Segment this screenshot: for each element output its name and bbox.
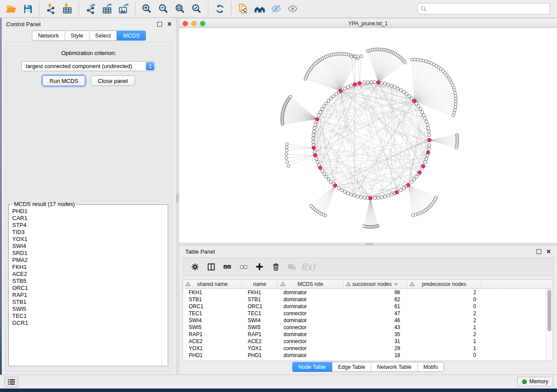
duplicate-network-button[interactable] [235,2,251,16]
first-neighbors-button[interactable] [251,2,268,16]
search-box[interactable] [417,3,550,14]
network-window-titlebar[interactable]: YPA_prune.txt_1 [179,19,557,28]
table-cell[interactable]: 2 [407,310,481,316]
table-cell[interactable]: SWI4 [183,317,242,323]
table-cell[interactable]: FKH1 [242,289,278,296]
table-cell[interactable]: ACE2 [183,338,242,344]
tab-edge-table[interactable]: Edge Table [332,362,371,371]
table-cell[interactable]: 31 [343,338,407,344]
table-cell[interactable]: 96 [343,289,407,296]
mcds-list-scrollbar[interactable] [162,205,167,365]
mcds-result-item[interactable]: ORC1 [12,285,161,292]
float-window-icon[interactable] [157,22,162,27]
import-network-button[interactable] [42,2,59,16]
table-row[interactable]: TEC1TEC1connector472 [183,310,553,317]
table-row[interactable]: ACE2ACE2connector311 [183,338,553,345]
tab-mcds[interactable]: MCDS [117,31,146,41]
add-column-button[interactable] [253,260,266,273]
delete-column-button[interactable] [269,260,282,273]
mcds-result-item[interactable]: GCR1 [12,320,161,327]
table-cell[interactable]: YOX1 [242,345,278,351]
horizontal-splitter[interactable] [179,243,557,246]
column-header-predecessor-nodes[interactable]: predecessor nodes [407,280,481,289]
column-header-shared-name[interactable]: shared name [183,280,242,289]
table-row[interactable]: SWI4SWI4dominator462 [183,317,553,324]
select-all-button[interactable] [221,260,234,273]
export-network-button[interactable] [82,2,99,16]
export-image-button[interactable] [115,2,132,16]
table-cell[interactable]: dominator [278,289,343,296]
search-input[interactable] [429,5,547,12]
table-row[interactable]: YOX1YOX1connector291 [183,345,553,352]
network-canvas[interactable] [179,28,557,243]
close-icon[interactable] [167,22,172,26]
table-cell[interactable]: dominator [278,331,343,337]
table-cell[interactable]: 61 [343,303,407,309]
run-mcds-button[interactable]: Run MCDS [42,76,85,86]
table-cell[interactable]: 1 [407,345,481,351]
table-cell[interactable]: YOX1 [183,345,242,351]
tab-motifs[interactable]: Motifs [417,362,443,371]
mcds-result-item[interactable]: TEC1 [12,313,161,320]
table-cell[interactable]: 1 [407,324,481,330]
mcds-result-item[interactable]: ACE2 [12,271,161,278]
column-header-successor-nodes[interactable]: successor nodes [343,280,407,289]
mcds-result-item[interactable]: SWI4 [12,243,161,250]
table-cell[interactable]: 18 [343,352,407,358]
table-cell[interactable]: connector [278,324,343,330]
table-row[interactable]: RAP1RAP1dominator352 [183,331,553,338]
table-cell[interactable]: dominator [278,303,343,309]
table-row[interactable]: PHD1PHD1dominator180 [183,352,553,359]
table-cell[interactable]: dominator [278,296,343,303]
table-cell[interactable]: ORC1 [183,303,242,309]
table-cell[interactable]: connector [278,345,343,351]
memory-button[interactable]: Memory [517,377,553,386]
table-cell[interactable]: STB1 [242,296,278,303]
table-cell[interactable]: TEC1 [183,310,242,316]
import-table-button[interactable] [59,2,76,16]
column-header-mcds-role[interactable]: MCDS role [278,280,343,289]
criterion-dropdown[interactable]: largest connected component (undirected) [21,61,155,71]
table-row[interactable]: FKH1FKH1dominator962 [183,289,553,296]
table-cell[interactable]: connector [278,310,343,316]
zoom-out-button[interactable] [155,2,172,16]
mcds-result-item[interactable]: SRD1 [12,250,161,257]
table-scrollbar[interactable] [546,289,553,361]
split-view-button[interactable] [204,260,218,273]
table-cell[interactable]: SWI5 [183,324,242,330]
table-cell[interactable]: 2 [407,331,481,337]
close-icon[interactable] [547,249,551,254]
zoom-selected-button[interactable] [188,2,205,16]
mcds-result-item[interactable]: STB1 [12,299,161,306]
table-cell[interactable]: ACE2 [242,338,278,344]
table-cell[interactable]: dominator [278,352,343,358]
table-cell[interactable]: connector [278,338,343,344]
table-cell[interactable]: 0 [407,352,481,358]
table-cell[interactable]: FKH1 [183,289,242,296]
mcds-result-item[interactable]: TID3 [12,229,161,236]
table-cell[interactable]: SWI4 [242,317,278,323]
table-cell[interactable]: SWI5 [242,324,278,330]
table-cell[interactable]: 47 [343,310,407,316]
table-cell[interactable]: ORC1 [242,303,278,309]
zoom-fit-button[interactable] [172,2,188,16]
delete-table-button[interactable] [285,260,298,273]
table-cell[interactable]: 2 [407,289,481,296]
scrollbar-thumb[interactable] [547,290,551,331]
table-cell[interactable]: 0 [407,303,481,309]
table-cell[interactable]: 2 [407,317,481,323]
table-cell[interactable]: TEC1 [242,310,278,316]
table-row[interactable]: SWI5SWI5connector431 [183,324,553,331]
zoom-in-button[interactable] [138,2,155,16]
table-cell[interactable]: 1 [407,338,481,344]
table-cell[interactable]: 62 [343,296,407,303]
mcds-result-item[interactable]: RAP1 [12,292,161,299]
table-cell[interactable]: 46 [343,317,407,323]
mcds-result-item[interactable]: STB5 [12,278,161,285]
function-builder-button[interactable]: f(x) [301,260,315,273]
mcds-result-item[interactable]: YOX1 [12,236,161,243]
tab-node-table[interactable]: Node Table [292,362,332,372]
mcds-result-item[interactable]: SWI5 [12,306,161,313]
table-cell[interactable]: PHD1 [242,352,278,358]
deselect-all-button[interactable] [237,260,250,273]
